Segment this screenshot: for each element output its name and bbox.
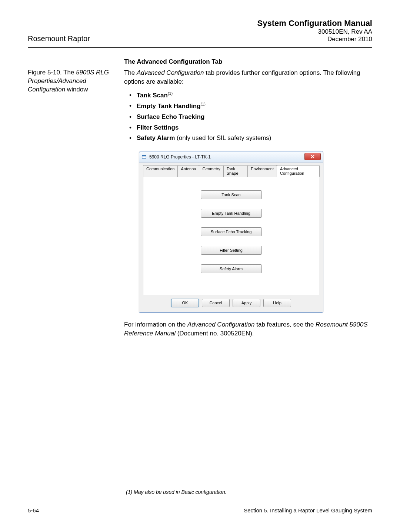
product-name: Rosemount Raptor [28,34,90,43]
list-item: Tank Scan(1) [137,90,372,101]
manual-title: System Configuration Manual [257,19,372,28]
doc-date: December 2010 [257,36,372,43]
tab-communication[interactable]: Communication [143,165,178,177]
tab-antenna[interactable]: Antenna [177,165,199,177]
tab-strip: Communication Antenna Geometry Tank Shap… [143,165,319,177]
figure-caption: Figure 5-10. The 5900S RLG Properties/Ad… [28,68,124,94]
apply-button[interactable]: Apply [233,299,260,307]
window-icon [141,154,147,160]
tab-geometry[interactable]: Geometry [199,165,223,177]
dialog-footer: OK Cancel Apply Help [143,295,319,309]
safety-alarm-button[interactable]: Safety Alarm [201,264,262,273]
tab-advanced-configuration[interactable]: Advanced Configuration [277,165,320,177]
svg-rect-1 [142,155,146,156]
empty-tank-handling-button[interactable]: Empty Tank Handling [201,209,262,218]
section-heading: The Advanced Configuration Tab [124,58,372,66]
footnote: (1) May also be used in Basic configurat… [126,489,227,495]
tab-tank-shape[interactable]: Tank Shape [223,165,248,177]
page-number: 5-64 [28,507,39,513]
ok-button[interactable]: OK [171,299,199,307]
filter-setting-button[interactable]: Filter Setting [201,246,262,255]
help-button[interactable]: Help [263,299,291,307]
cancel-button[interactable]: Cancel [202,299,230,307]
surface-echo-tracking-button[interactable]: Surface Echo Tracking [201,227,262,236]
close-icon [311,155,314,158]
properties-dialog: 5900 RLG Properties - LT-TK-1 Communicat… [139,151,323,313]
options-list: Tank Scan(1) Empty Tank Handling(1) Surf… [124,90,372,144]
close-button[interactable] [304,153,321,160]
intro-text: The Advanced Configuration tab provides … [124,68,372,86]
tank-scan-button[interactable]: Tank Scan [201,190,262,199]
list-item: Empty Tank Handling(1) [137,101,372,112]
list-item: Safety Alarm (only used for SIL safety s… [137,133,372,144]
dialog-title: 5900 RLG Properties - LT-TK-1 [149,154,211,160]
tab-environment[interactable]: Environment [247,165,277,177]
page-header: Rosemount Raptor System Configuration Ma… [28,19,372,48]
reference-text: For information on the Advanced Configur… [124,320,372,338]
doc-number: 300510EN, Rev AA [257,28,372,36]
section-label: Section 5. Installing a Raptor Level Gau… [244,507,372,513]
page-footer: 5-64 Section 5. Installing a Raptor Leve… [28,507,372,513]
list-item: Surface Echo Tracking [137,112,372,123]
list-item: Filter Settings [137,123,372,133]
dialog-titlebar[interactable]: 5900 RLG Properties - LT-TK-1 [139,151,323,163]
tab-panel: Tank Scan Empty Tank Handling Surface Ec… [143,177,319,295]
